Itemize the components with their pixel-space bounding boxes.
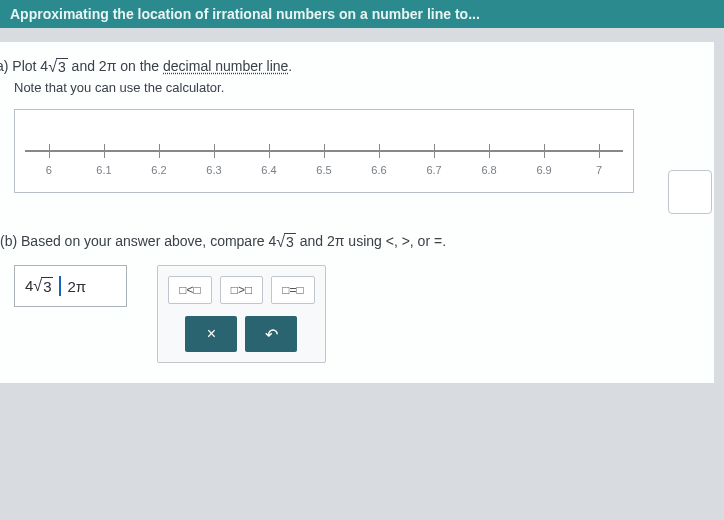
text: and 2π using <, >, or =. (296, 233, 446, 249)
tick (379, 144, 380, 158)
content-area: a) Plot 4√3 and 2π on the decimal number… (0, 42, 714, 383)
tick-label: 6.7 (426, 164, 441, 176)
tick-label: 6.2 (151, 164, 166, 176)
text-cursor (59, 276, 61, 296)
answer-row: 4√3 2π □<□ □>□ □=□ × ↶ (14, 265, 698, 363)
part-a-subtext: Note that you can use the calculator. (14, 80, 698, 95)
part-a-marker: a) (0, 58, 8, 74)
tick (434, 144, 435, 158)
tick-label: 7 (596, 164, 602, 176)
coef: 4 (269, 233, 277, 249)
tick (599, 144, 600, 158)
undo-icon: ↶ (265, 325, 278, 344)
part-b-prompt: (b) Based on your answer above, compare … (0, 233, 698, 251)
tick (489, 144, 490, 158)
tick-label: 6.5 (316, 164, 331, 176)
tick-label: 6.6 (371, 164, 386, 176)
number-line[interactable]: 66.16.26.36.46.56.66.76.86.97 (25, 150, 623, 152)
decimal-number-line-link[interactable]: decimal number line (163, 58, 288, 74)
coef: 4 (25, 277, 33, 294)
clear-button[interactable]: × (185, 316, 237, 352)
answer-input[interactable]: 4√3 2π (14, 265, 127, 307)
tick-label: 6.8 (481, 164, 496, 176)
tick (159, 144, 160, 158)
coef: 4 (40, 58, 48, 74)
text: Based on your answer above, compare (17, 233, 268, 249)
tick (544, 144, 545, 158)
action-row: × ↶ (168, 316, 315, 352)
tick-label: 6.1 (96, 164, 111, 176)
tick (214, 144, 215, 158)
tick (104, 144, 105, 158)
operator-panel: □<□ □>□ □=□ × ↶ (157, 265, 326, 363)
tick (269, 144, 270, 158)
tick-label: 6 (46, 164, 52, 176)
equals-button[interactable]: □=□ (271, 276, 315, 304)
undo-button[interactable]: ↶ (245, 316, 297, 352)
tick (324, 144, 325, 158)
part-a-prompt: a) Plot 4√3 and 2π on the decimal number… (0, 58, 698, 76)
number-line-box[interactable]: 66.16.26.36.46.56.66.76.86.97 (14, 109, 634, 193)
calculator-button[interactable] (668, 170, 712, 214)
header-title: Approximating the location of irrational… (10, 6, 480, 22)
radicand: 3 (284, 233, 296, 250)
radicand: 3 (56, 58, 68, 75)
part-b-marker: (b) (0, 233, 17, 249)
tick-label: 6.4 (261, 164, 276, 176)
less-than-button[interactable]: □<□ (168, 276, 212, 304)
tick-label: 6.3 (206, 164, 221, 176)
answer-left: 4√3 (25, 277, 53, 295)
text: and 2π on the (68, 58, 163, 74)
radicand: 3 (41, 277, 53, 295)
page-header: Approximating the location of irrational… (0, 0, 724, 28)
x-icon: × (207, 325, 216, 343)
expr-4sqrt3: 4√3 (40, 58, 67, 76)
tick-label: 6.9 (536, 164, 551, 176)
tick (49, 144, 50, 158)
expr-4sqrt3: 4√3 (269, 233, 296, 251)
text: . (288, 58, 292, 74)
text: Plot (12, 58, 40, 74)
operator-row: □<□ □>□ □=□ (168, 276, 315, 304)
greater-than-button[interactable]: □>□ (220, 276, 264, 304)
answer-right: 2π (67, 278, 86, 295)
